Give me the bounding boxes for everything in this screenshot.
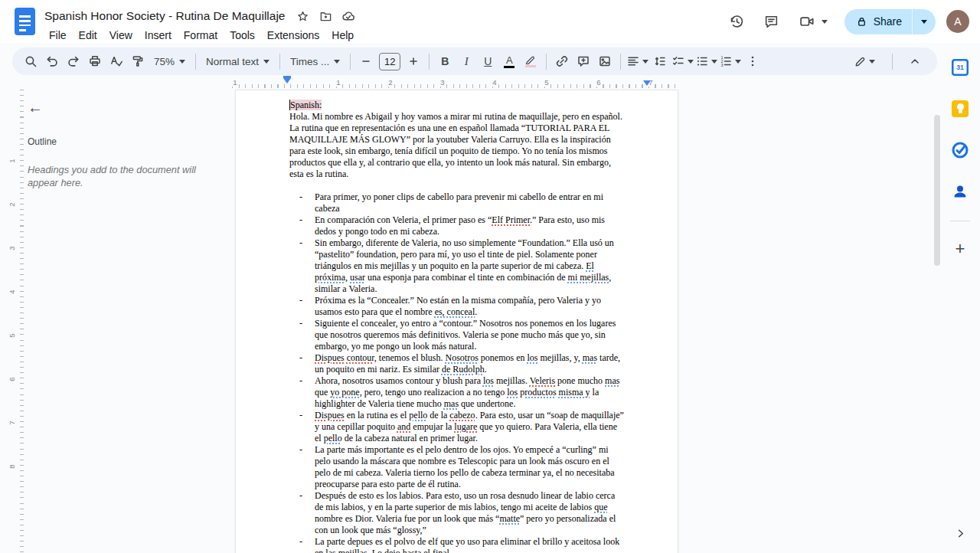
version-history-button[interactable] <box>727 11 746 31</box>
open-comments-button[interactable] <box>762 11 782 31</box>
cloud-saved-icon[interactable] <box>340 8 357 25</box>
doc-text: Ahora, nosotros usamos contour y blush p… <box>315 375 483 386</box>
vertical-ruler[interactable]: 12345678 <box>0 90 26 553</box>
ruler-number: 6 <box>8 377 16 381</box>
document-page[interactable]: Spanish:Hola. Mi nombre es Abigail y hoy… <box>235 90 678 553</box>
toolbar-divider <box>429 54 430 70</box>
right-indent-marker[interactable] <box>643 80 651 86</box>
menu-file[interactable]: File <box>43 28 73 42</box>
checklist-button[interactable] <box>671 51 694 71</box>
add-comment-button[interactable] <box>573 51 593 71</box>
font-size-decrease-button[interactable] <box>356 51 376 71</box>
misspelled-text: es, conceal <box>435 306 475 317</box>
doc-bullet-1[interactable]: -Para primer, yo poner clips de cabello … <box>289 191 624 214</box>
left-indent-marker[interactable] <box>283 78 291 83</box>
misspelled-text: lugare <box>454 421 477 432</box>
close-outline-button[interactable]: ← <box>28 100 204 115</box>
outline-panel: ← Outline Headings you add to the docume… <box>28 100 204 189</box>
italic-button[interactable]: I <box>456 51 476 71</box>
font-size-input[interactable]: 12 <box>379 53 400 70</box>
menu-tools[interactable]: Tools <box>224 28 261 42</box>
menu-insert[interactable]: Insert <box>139 28 178 42</box>
menu-extensions[interactable]: Extensions <box>261 28 325 42</box>
more-options-button[interactable] <box>743 51 763 71</box>
toolbar-divider <box>350 54 351 70</box>
doc-bullet-9[interactable]: -La parte más importante es el pelo dent… <box>289 444 624 490</box>
doc-bullet-5[interactable]: -Siguiente el concealer, yo entro a “con… <box>289 318 624 352</box>
paint-format-button[interactable] <box>128 51 148 71</box>
font-value: Times ... <box>290 56 329 67</box>
hide-side-panel-button[interactable] <box>955 528 966 539</box>
contacts-icon <box>952 183 969 200</box>
font-select[interactable]: Times ... <box>285 51 345 71</box>
document-title[interactable]: Spanish Honor Society - Rutina De Maquil… <box>44 9 294 23</box>
doc-text: de la <box>427 410 449 420</box>
horizontal-ruler[interactable]: 11234567 <box>0 76 980 90</box>
undo-button[interactable] <box>42 51 62 71</box>
doc-bullet-2[interactable]: -En comparación con Veleria, el primer p… <box>289 214 624 237</box>
account-avatar[interactable]: A <box>946 10 969 33</box>
doc-bullet-7[interactable]: -Ahora, nosotros usamos contour y blush … <box>289 375 624 410</box>
get-addons-button[interactable]: + <box>946 235 974 263</box>
bullet-marker: - <box>299 490 302 502</box>
print-button[interactable] <box>85 51 105 71</box>
collapse-toolbar-button[interactable] <box>905 51 925 71</box>
underline-button[interactable]: U <box>478 51 498 71</box>
share-button-label: Share <box>874 15 902 28</box>
doc-bullet-10[interactable]: -Después de esto es los labios. Para est… <box>289 490 624 536</box>
zoom-select[interactable]: 75% <box>149 51 191 71</box>
highlight-color-button[interactable] <box>521 51 541 71</box>
insert-image-button[interactable] <box>595 51 615 71</box>
horizontal-ruler-ticks <box>232 84 679 88</box>
editing-mode-button[interactable] <box>854 51 875 71</box>
bold-button[interactable]: B <box>435 51 455 71</box>
bulleted-list-button[interactable] <box>695 51 717 71</box>
menu-format[interactable]: Format <box>178 28 224 42</box>
call-options-caret-icon[interactable] <box>822 20 828 24</box>
misspelled-text: mas <box>444 398 459 409</box>
font-size-increase-button[interactable] <box>403 51 423 71</box>
toolbar-divider <box>195 54 196 70</box>
redo-button[interactable] <box>64 51 83 71</box>
share-button[interactable]: Share <box>844 9 912 34</box>
line-spacing-button[interactable] <box>650 51 670 71</box>
insert-link-button[interactable] <box>552 51 572 71</box>
menu-view[interactable]: View <box>103 28 139 42</box>
paragraph-style-value: Normal text <box>206 56 259 67</box>
paragraph-style-select[interactable]: Normal text <box>201 51 275 71</box>
search-button[interactable] <box>21 51 41 71</box>
doc-heading[interactable]: Spanish: <box>289 100 624 111</box>
keep-button[interactable] <box>946 95 974 123</box>
keep-icon <box>952 100 969 117</box>
calendar-button[interactable]: 31 <box>946 54 974 81</box>
bullet-marker: - <box>299 295 302 306</box>
menu-bar: File Edit View Insert Format Tools Exten… <box>43 28 363 43</box>
ruler-number: 1 <box>8 159 16 162</box>
join-call-button[interactable] <box>797 11 817 31</box>
numbered-list-button[interactable]: 123 <box>719 51 741 71</box>
contacts-button[interactable] <box>946 178 974 205</box>
menu-edit[interactable]: Edit <box>73 28 103 42</box>
spellcheck-button[interactable] <box>106 51 126 71</box>
doc-bullet-11[interactable]: -La parte depues es el polvo de elf que … <box>289 536 624 553</box>
doc-heading-highlight: Spanish: <box>289 100 322 110</box>
align-button[interactable] <box>626 51 648 71</box>
ruler-number: 1 <box>335 78 341 87</box>
doc-bullet-8[interactable]: -Dispues en la rutina es el pello de la … <box>289 410 624 444</box>
move-to-folder-button[interactable] <box>317 8 334 25</box>
doc-bullet-4[interactable]: -Próxima es la “Concealer.” No están en … <box>289 295 624 318</box>
doc-bullet-3[interactable]: -Sin embargo, diferente de Valeria, no u… <box>289 237 624 295</box>
menu-help[interactable]: Help <box>325 28 360 42</box>
docs-logo-icon[interactable] <box>15 8 35 35</box>
text-color-button[interactable]: A <box>499 51 519 71</box>
doc-bullet-6[interactable]: -Dispues contour, tenemos el blush. Noso… <box>289 352 624 375</box>
misspelled-text: usar <box>350 272 365 283</box>
tasks-button[interactable] <box>946 136 974 164</box>
doc-intro-paragraph[interactable]: Hola. Mi nombre es Abigail y hoy vamos a… <box>289 111 624 180</box>
misspelled-text: mas <box>605 375 619 386</box>
star-button[interactable] <box>294 8 311 25</box>
vertical-scrollbar[interactable] <box>934 115 940 266</box>
bullet-marker: - <box>299 214 302 226</box>
share-dropdown-button[interactable] <box>913 9 936 34</box>
zoom-value: 75% <box>154 56 175 67</box>
